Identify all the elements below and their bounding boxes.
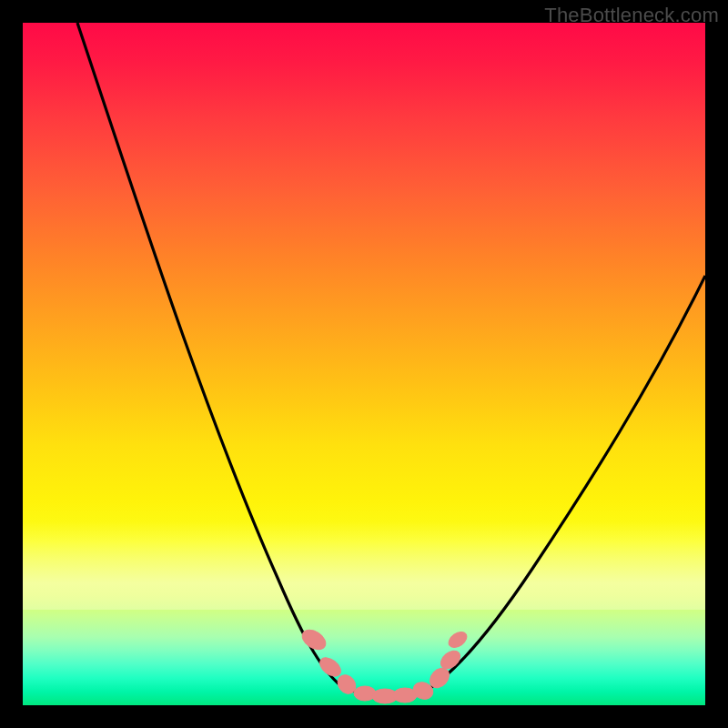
curve-overlay bbox=[23, 23, 705, 705]
left-branch-curve bbox=[77, 23, 346, 690]
plot-area bbox=[23, 23, 705, 705]
svg-point-9 bbox=[446, 629, 470, 651]
watermark-text: TheBottleneck.com bbox=[544, 4, 719, 27]
right-branch-curve bbox=[428, 276, 705, 690]
svg-point-0 bbox=[298, 626, 329, 653]
outer-black-frame: TheBottleneck.com bbox=[0, 0, 728, 728]
highlight-markers bbox=[298, 626, 470, 703]
